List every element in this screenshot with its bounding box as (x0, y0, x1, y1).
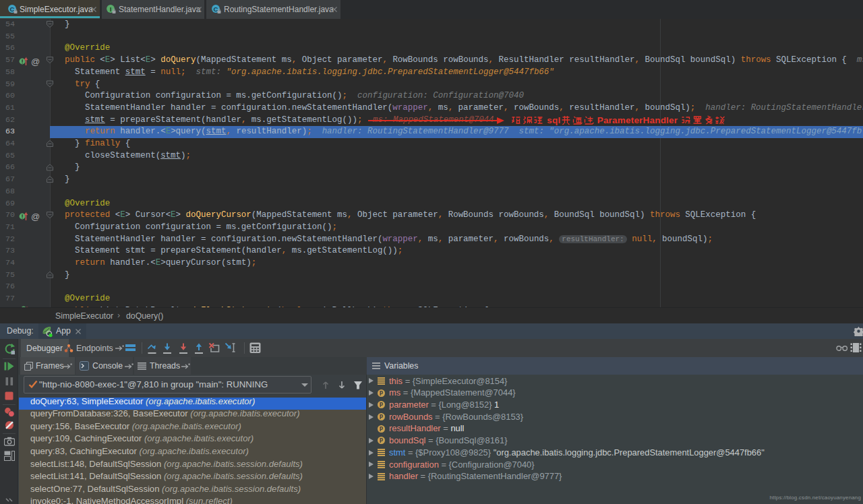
svg-text:I: I (110, 5, 112, 13)
